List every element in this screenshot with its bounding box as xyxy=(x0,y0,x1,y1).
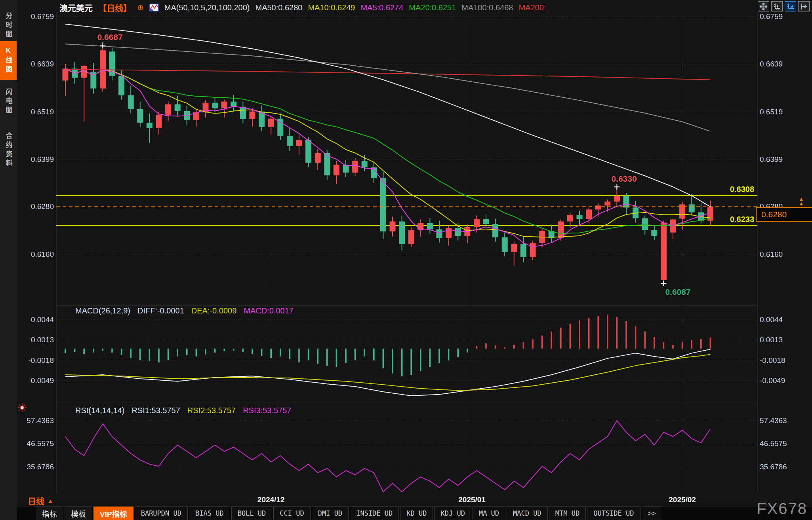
indicator-marker-icon[interactable] xyxy=(17,403,27,414)
top-right-toolbar xyxy=(758,1,810,11)
price-marker-icon: ▲ ▲ xyxy=(799,197,804,206)
ma200-value: MA200: xyxy=(518,3,546,12)
watermark: FX678 xyxy=(757,500,807,518)
rsi3-value: RSI3:53.5757 xyxy=(243,406,291,415)
chart-canvas[interactable] xyxy=(0,0,812,520)
indicator-settings-icon[interactable] xyxy=(149,4,159,11)
tab-inside-ud[interactable]: INSIDE_UD xyxy=(350,507,399,520)
macd-dea-value: DEA:-0.0009 xyxy=(191,306,237,315)
ma10-value: MA10:0.6249 xyxy=(308,3,355,12)
tab-dmi-ud[interactable]: DMI_UD xyxy=(312,507,349,520)
tab--[interactable]: >> xyxy=(642,507,662,520)
symbol-name: 澳元美元 xyxy=(59,2,93,13)
tab-barupdn-ud[interactable]: BARUPDN_UD xyxy=(135,507,188,520)
ma100-value: MA100:0.6468 xyxy=(461,3,513,12)
macd-value: MACD:0.0017 xyxy=(244,306,294,315)
indicator-tab-bar: 指标模板VIP指标BARUPDN_UDBIAS_UDBOLL_UDCCI_UDD… xyxy=(17,506,812,520)
sidebar-item-3[interactable]: 闪电图 xyxy=(0,82,17,122)
rsi1-value: RSI1:53.5757 xyxy=(132,406,180,415)
sidebar-item-4[interactable]: 合约资料 xyxy=(0,123,17,177)
rsi-formula: RSI(14,14,14) xyxy=(75,406,125,415)
tab-mtm-ud[interactable]: MTM_UD xyxy=(549,507,586,520)
timeframe-arrow-icon: ▲ xyxy=(48,497,53,504)
tab-指标[interactable]: 指标 xyxy=(36,507,63,520)
ma5-value: MA5:0.6274 xyxy=(360,3,403,12)
period-label[interactable]: 【日线】 xyxy=(98,2,132,13)
circle-plus-icon[interactable]: ⊕ xyxy=(137,3,144,12)
tab-macd-ud[interactable]: MACD_UD xyxy=(507,507,548,520)
macd-formula: MACD(26,12,9) xyxy=(75,306,130,315)
tab-bias-ud[interactable]: BIAS_UD xyxy=(189,507,230,520)
chart-header: 澳元美元 【日线】 ⊕ MA(50,10,5,20,100,200) MA50:… xyxy=(59,2,546,13)
layout-grid-icon[interactable] xyxy=(758,1,769,11)
tab-kdj-ud[interactable]: KDJ_UD xyxy=(434,507,471,520)
current-price-box: 0.6280 xyxy=(756,207,812,222)
ma50-value: MA50:0.6280 xyxy=(255,3,302,12)
tab-模板[interactable]: 模板 xyxy=(65,507,92,520)
ma-formula: MA(50,10,5,20,100,200) xyxy=(164,3,250,12)
axis-style-icon[interactable] xyxy=(771,1,783,11)
sidebar: 分时图K线图闪电图合约资料 xyxy=(0,0,17,520)
rsi2-value: RSI2:53.5757 xyxy=(187,406,236,415)
tab-kd-ud[interactable]: KD_UD xyxy=(400,507,433,520)
macd-diff-value: DIFF:-0.0001 xyxy=(137,306,184,315)
tab-vip指标[interactable]: VIP指标 xyxy=(93,507,133,520)
sidebar-item-2[interactable]: K线图 xyxy=(0,41,17,80)
ma20-value: MA20:0.6251 xyxy=(409,3,456,12)
tab-ma-ud[interactable]: MA_UD xyxy=(473,507,505,520)
tab-cci-ud[interactable]: CCI_UD xyxy=(273,507,310,520)
sidebar-item-1[interactable]: 分时图 xyxy=(0,12,17,40)
axis-style-active-icon[interactable] xyxy=(785,1,796,11)
timeframe-badge[interactable]: 日线 ▲ xyxy=(28,495,53,507)
timeframe-label: 日线 xyxy=(28,495,44,507)
macd-header: MACD(26,12,9) DIFF:-0.0001 DEA:-0.0009 M… xyxy=(75,306,294,315)
tab-boll-ud[interactable]: BOLL_UD xyxy=(231,507,273,520)
rsi-header: RSI(14,14,14) RSI1:53.5757 RSI2:53.5757 … xyxy=(75,406,292,415)
tab-outside-ud[interactable]: OUTSIDE_UD xyxy=(587,507,640,520)
pane-move-icon[interactable] xyxy=(798,1,810,11)
